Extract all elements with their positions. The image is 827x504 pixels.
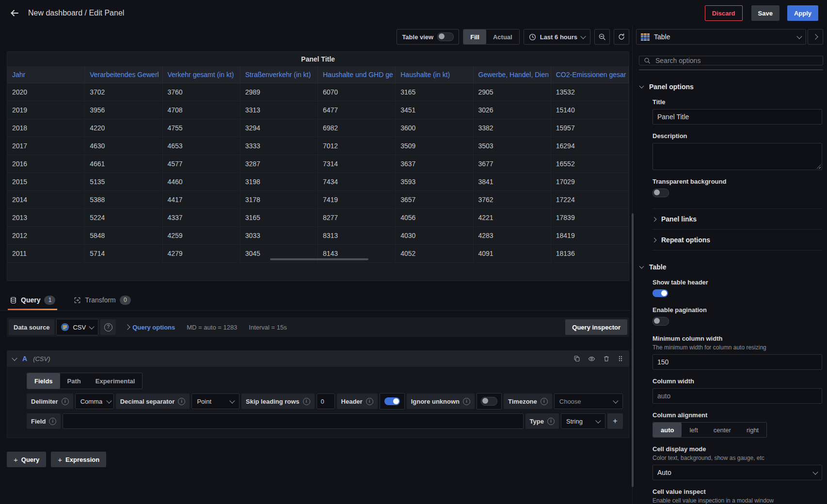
collapse-options-button[interactable] <box>808 29 823 45</box>
table-cell: 4755 <box>163 119 240 137</box>
column-header[interactable]: Haushalte (in kt) <box>396 66 473 83</box>
duplicate-query-button[interactable] <box>573 355 580 362</box>
editor-tabs: FieldsPathExperimental <box>27 373 143 389</box>
show-table-header-switch[interactable] <box>652 289 668 297</box>
skip-leading-rows-input[interactable] <box>317 394 335 409</box>
table-cell: 2011 <box>7 245 85 262</box>
column-header[interactable]: Straßenverkehr (in kt) <box>240 66 318 83</box>
discard-button[interactable]: Discard <box>705 5 743 21</box>
table-cell: 7419 <box>318 191 396 208</box>
editor-tab-fields[interactable]: Fields <box>27 373 60 389</box>
query-editor-header[interactable]: A (CSV) <box>7 350 629 367</box>
table-section-header[interactable]: Table <box>640 263 823 271</box>
table-cell: 3677 <box>474 155 551 173</box>
column-header[interactable]: Jahr <box>7 66 85 83</box>
column-header[interactable]: CO2-Emissionen gesar <box>551 66 629 83</box>
repeat-options-section[interactable]: Repeat options <box>652 229 822 251</box>
min-column-width-description: The minimum width for column auto resizi… <box>652 344 822 351</box>
switch-knob <box>661 290 667 296</box>
save-button[interactable]: Save <box>751 5 779 21</box>
align-option-auto[interactable]: auto <box>653 423 682 437</box>
ignore-unknown-switch[interactable] <box>481 397 497 406</box>
visualization-picker[interactable]: Table <box>636 29 806 45</box>
transparent-background-switch[interactable] <box>652 189 669 197</box>
table-view-switch[interactable] <box>437 32 454 41</box>
editor-tab-experimental[interactable]: Experimental <box>88 373 143 389</box>
enable-pagination-label: Enable pagination <box>652 306 822 314</box>
skip-leading-rows-label: Skip leading rowsi <box>241 394 315 409</box>
pane-resizer[interactable] <box>630 26 635 504</box>
fill-option[interactable]: Fill <box>463 30 486 44</box>
cell-display-mode-select[interactable]: Auto <box>652 465 822 480</box>
switch-knob <box>654 318 660 324</box>
table-cell: 17029 <box>551 173 629 190</box>
collapsed-categories: Panel links Repeat options <box>652 208 822 251</box>
decimal-separator-select[interactable]: Point <box>191 394 239 409</box>
column-width-input[interactable] <box>652 388 822 404</box>
column-header[interactable]: Gewerbe, Handel, Dien <box>474 66 551 83</box>
hide-query-button[interactable] <box>588 355 595 362</box>
table-cell: 5224 <box>85 209 162 226</box>
datasource-picker[interactable]: CSV <box>56 319 98 335</box>
delimiter-select[interactable]: Comma <box>75 394 114 409</box>
column-header[interactable]: Verkehr gesamt (in kt) <box>163 66 240 83</box>
time-range-picker[interactable]: Last 6 hours <box>524 29 590 45</box>
trash-icon <box>603 355 610 362</box>
table-viz-icon <box>641 33 650 41</box>
table-cell: 4259 <box>163 227 240 244</box>
panel-options-section-header[interactable]: Panel options <box>640 83 823 91</box>
align-option-center[interactable]: center <box>706 423 739 437</box>
table-cell: 17839 <box>551 209 629 226</box>
apply-button[interactable]: Apply <box>787 5 818 21</box>
header-switch[interactable] <box>384 397 400 405</box>
align-option-left[interactable]: left <box>682 423 705 437</box>
back-button[interactable] <box>9 7 20 19</box>
transform-count-badge: 0 <box>120 296 131 305</box>
table-row: 201646614577328773143637367716552 <box>7 155 629 173</box>
options-scrollbar-thumb[interactable] <box>632 213 634 487</box>
horizontal-scrollbar-thumb[interactable] <box>270 258 368 260</box>
table-row: 201842204755329469823600338215957 <box>7 119 629 137</box>
chevron-down-icon <box>229 398 235 403</box>
tab-transform[interactable]: Transform 0 <box>72 290 132 310</box>
switch-knob <box>393 398 399 404</box>
cell-display-mode-label: Cell display mode <box>652 445 822 453</box>
panel-links-section[interactable]: Panel links <box>652 208 822 229</box>
query-inspector-button[interactable]: Query inspector <box>565 319 627 335</box>
actual-option[interactable]: Actual <box>486 30 519 44</box>
table-cell: 3593 <box>396 173 473 190</box>
add-query-button[interactable]: + Query <box>7 452 46 467</box>
min-column-width-input[interactable] <box>652 354 822 370</box>
drag-handle[interactable] <box>618 355 623 362</box>
tab-query[interactable]: Query 1 <box>8 290 57 310</box>
table-row: 201258484259303383134030428318419 <box>7 227 629 245</box>
table-cell: 3313 <box>240 101 318 119</box>
options-search-input[interactable] <box>654 56 818 65</box>
refresh-button[interactable] <box>614 29 629 45</box>
field-input[interactable] <box>63 413 523 429</box>
info-icon: i <box>49 418 56 425</box>
editor-tab-path[interactable]: Path <box>60 373 88 389</box>
info-icon: i <box>303 398 310 405</box>
enable-pagination-switch[interactable] <box>652 317 669 326</box>
add-field-button[interactable]: + <box>607 413 623 429</box>
datasource-help-button[interactable]: ? <box>100 319 116 335</box>
column-header[interactable]: Haushalte und GHD ge <box>318 66 396 83</box>
switch-knob <box>654 189 660 195</box>
add-expression-button[interactable]: + Expression <box>51 452 106 467</box>
timezone-select[interactable]: Choose <box>554 394 623 409</box>
plus-icon: + <box>613 417 617 425</box>
panel-title-input[interactable] <box>652 109 822 125</box>
delete-query-button[interactable] <box>603 355 610 362</box>
column-header[interactable]: Verarbeitendes Gewerl <box>85 66 162 83</box>
type-select[interactable]: String <box>561 413 605 429</box>
table-cell: 2018 <box>7 119 85 137</box>
query-options-toggle[interactable]: Query options <box>132 324 175 331</box>
zoom-out-button[interactable] <box>594 29 610 45</box>
datasource-value: CSV <box>73 324 86 331</box>
plus-icon: + <box>14 456 18 464</box>
description-field-group: Description <box>652 132 822 170</box>
align-option-right[interactable]: right <box>739 423 766 437</box>
min-column-width-label: Minimum column width <box>652 335 822 342</box>
description-textarea[interactable] <box>652 143 822 170</box>
